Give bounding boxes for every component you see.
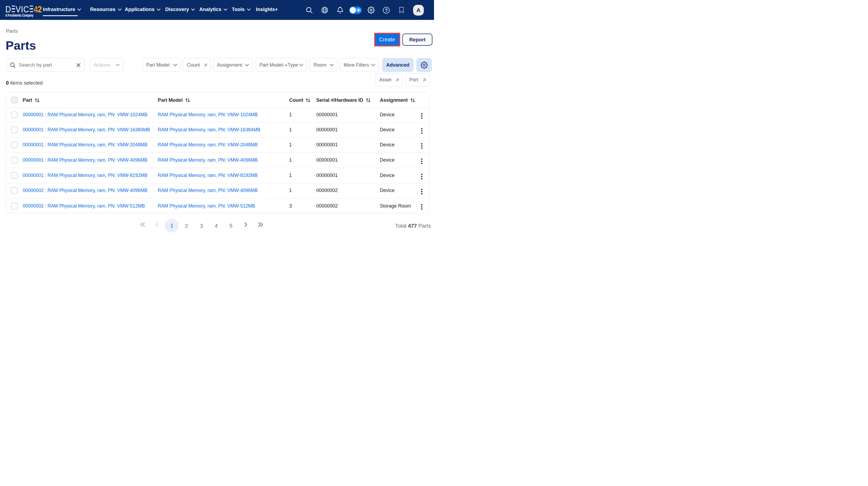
svg-text:?: ?	[385, 8, 388, 12]
